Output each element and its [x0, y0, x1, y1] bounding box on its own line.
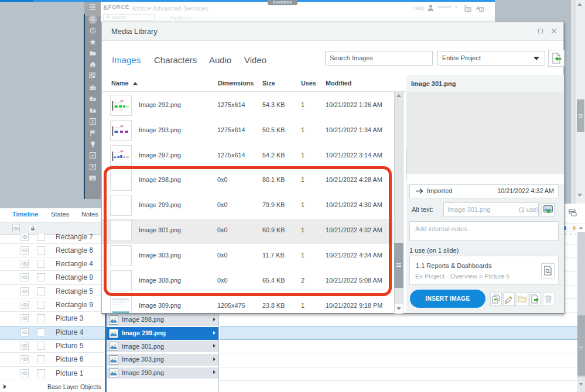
- svg-text:3: 3: [480, 8, 482, 11]
- svg-text:43: 43: [466, 8, 470, 11]
